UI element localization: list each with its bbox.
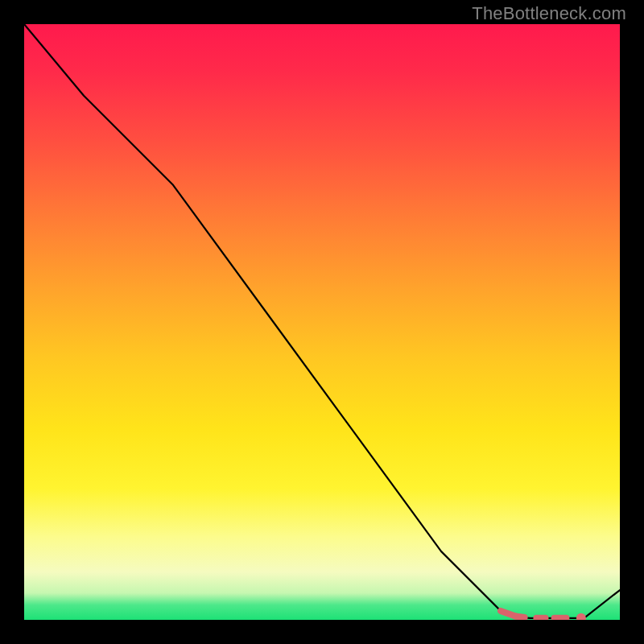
bottleneck-curve bbox=[24, 24, 620, 618]
svg-point-4 bbox=[576, 613, 586, 620]
chart-frame: TheBottleneck.com bbox=[0, 0, 644, 644]
svg-line-1 bbox=[516, 617, 525, 617]
watermark-text: TheBottleneck.com bbox=[472, 3, 626, 24]
plot-area bbox=[24, 24, 620, 620]
plot-overlay bbox=[24, 24, 620, 620]
